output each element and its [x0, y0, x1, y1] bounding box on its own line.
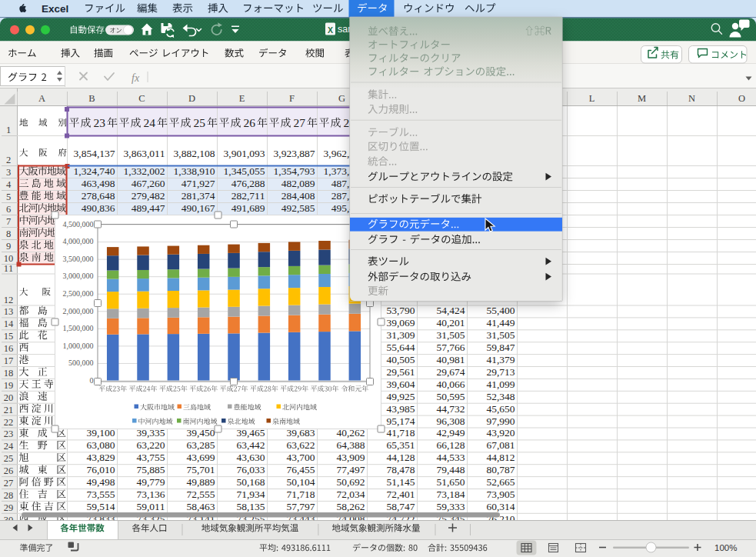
svg-text:Excel: Excel	[42, 3, 68, 15]
svg-text:76,033: 76,033	[236, 464, 265, 475]
svg-text:489,447: 489,447	[132, 202, 165, 214]
svg-text:1,354,793: 1,354,793	[274, 165, 315, 177]
svg-text:1,338,910: 1,338,910	[174, 165, 215, 177]
svg-text:100%: 100%	[714, 543, 737, 552]
svg-text:4: 4	[6, 179, 12, 190]
svg-text:96,308: 96,308	[436, 415, 465, 427]
svg-text:44,128: 44,128	[386, 452, 415, 463]
svg-text:26: 26	[244, 116, 256, 129]
svg-text:M: M	[638, 93, 646, 104]
svg-text:20: 20	[4, 392, 14, 403]
svg-text:43,699: 43,699	[186, 452, 215, 463]
svg-text:71,718: 71,718	[286, 489, 315, 500]
svg-text:63,220: 63,220	[136, 439, 165, 451]
svg-text:D: D	[188, 93, 195, 104]
svg-text:279,482: 279,482	[132, 190, 165, 202]
svg-text:2,500,000: 2,500,000	[63, 289, 94, 298]
svg-text:39,604: 39,604	[386, 379, 415, 390]
svg-text:fx: fx	[132, 72, 140, 84]
svg-text:41,379: 41,379	[486, 354, 515, 365]
svg-text:63,622: 63,622	[286, 439, 315, 451]
svg-text:N: N	[688, 93, 695, 104]
svg-text:39,069: 39,069	[386, 317, 415, 329]
svg-text:1,332,002: 1,332,002	[124, 165, 165, 177]
svg-text:15: 15	[4, 331, 14, 342]
svg-text:25: 25	[194, 116, 206, 129]
svg-text:A: A	[38, 93, 45, 104]
svg-text:31,505: 31,505	[436, 329, 465, 341]
svg-text:40,981: 40,981	[436, 354, 465, 365]
svg-text:63,285: 63,285	[186, 439, 215, 451]
svg-text:50,104: 50,104	[286, 476, 315, 488]
svg-text:6: 6	[6, 204, 11, 215]
svg-text:58,262: 58,262	[336, 501, 365, 512]
svg-text:57,797: 57,797	[286, 501, 315, 512]
svg-text:54,424: 54,424	[436, 305, 465, 316]
svg-text:43,630: 43,630	[236, 452, 265, 463]
svg-text:49,779: 49,779	[136, 476, 165, 488]
svg-text:58,463: 58,463	[186, 501, 215, 512]
svg-text:26: 26	[4, 465, 14, 476]
svg-text:63,442: 63,442	[236, 439, 265, 451]
svg-text:72,034: 72,034	[336, 489, 365, 500]
svg-text:1: 1	[6, 125, 11, 135]
svg-text:sar: sar	[338, 24, 351, 35]
svg-text:78,478: 78,478	[386, 464, 415, 475]
svg-text:44,533: 44,533	[436, 452, 465, 463]
svg-text:55,400: 55,400	[486, 305, 515, 316]
svg-text:B: B	[88, 93, 95, 104]
svg-text:0: 0	[90, 376, 94, 385]
svg-text:57,766: 57,766	[436, 342, 465, 353]
svg-text:43,909: 43,909	[336, 452, 365, 463]
svg-text:50,595: 50,595	[436, 391, 465, 402]
svg-text:463,498: 463,498	[82, 178, 115, 189]
svg-text:24: 24	[4, 441, 14, 452]
svg-text:13: 13	[4, 306, 14, 317]
svg-text:43,700: 43,700	[286, 452, 315, 463]
svg-text:97,990: 97,990	[486, 415, 515, 427]
svg-text:23: 23	[4, 429, 14, 439]
svg-text:278,648: 278,648	[82, 190, 115, 202]
svg-text:3,863,011: 3,863,011	[124, 148, 165, 159]
svg-text:491,689: 491,689	[231, 202, 265, 214]
svg-text:282,711: 282,711	[231, 190, 265, 202]
svg-text:75,885: 75,885	[136, 464, 165, 475]
svg-text:3,923,887: 3,923,887	[274, 148, 315, 159]
svg-text:2,000,000: 2,000,000	[63, 307, 94, 315]
svg-text:43,755: 43,755	[136, 452, 165, 463]
svg-text:1,000,000: 1,000,000	[63, 342, 94, 350]
svg-text:284,408: 284,408	[281, 190, 315, 202]
svg-text:41,099: 41,099	[486, 379, 515, 390]
svg-text:23: 23	[94, 116, 106, 129]
svg-text:3,854,137: 3,854,137	[74, 148, 115, 159]
svg-text:73,555: 73,555	[86, 489, 115, 500]
svg-text:73,136: 73,136	[136, 489, 165, 500]
svg-text:67,081: 67,081	[486, 439, 515, 451]
svg-text:77,497: 77,497	[336, 464, 365, 475]
svg-text:60,314: 60,314	[486, 501, 515, 512]
svg-text:7: 7	[6, 216, 11, 227]
svg-text:27: 27	[4, 478, 14, 489]
svg-text:44,812: 44,812	[486, 452, 515, 463]
svg-text:49,498: 49,498	[86, 476, 115, 488]
svg-text:73,184: 73,184	[436, 489, 465, 500]
svg-text:3: 3	[6, 167, 11, 178]
svg-text:79,448: 79,448	[436, 464, 465, 475]
svg-text:281,374: 281,374	[182, 190, 215, 202]
svg-text:492,585: 492,585	[281, 202, 315, 214]
svg-text:42,949: 42,949	[436, 427, 465, 439]
svg-text:11: 11	[4, 263, 14, 274]
svg-text:1,324,740: 1,324,740	[74, 165, 115, 177]
svg-text:59,847: 59,847	[486, 342, 515, 353]
svg-text:490,836: 490,836	[82, 202, 115, 214]
svg-text:500,000: 500,000	[68, 359, 94, 367]
svg-text:63,080: 63,080	[86, 439, 115, 451]
svg-text:12: 12	[4, 295, 14, 305]
svg-text:21: 21	[4, 405, 14, 415]
svg-text:58,747: 58,747	[386, 501, 415, 512]
svg-text:44,732: 44,732	[436, 403, 465, 415]
svg-text:29,674: 29,674	[436, 366, 465, 378]
svg-text:4,000,000: 4,000,000	[63, 237, 94, 245]
svg-text:95,174: 95,174	[386, 415, 415, 427]
svg-text:25: 25	[4, 453, 14, 464]
